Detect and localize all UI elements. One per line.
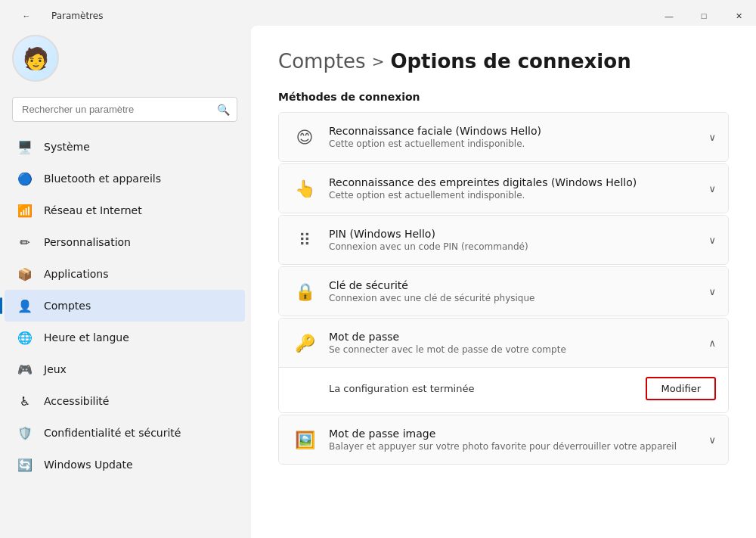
nav-label-reseau: Réseau et Internet [44,204,142,216]
nav-label-comptes: Comptes [44,300,91,312]
method-chevron-password: ∧ [708,337,716,349]
method-desc-password: Se connecter avec le mot de passe de vot… [329,344,702,355]
method-body-text-password: La configuration est terminée [329,383,474,394]
sidebar-item-confidentialite[interactable]: 🛡️ Confidentialité et sécurité [5,417,245,449]
sidebar-item-jeux[interactable]: 🎮 Jeux [5,353,245,385]
sidebar-item-perso[interactable]: ✏️ Personnalisation [5,226,245,258]
sidebar-item-update[interactable]: 🔄 Windows Update [5,449,245,480]
method-item-password: 🔑 Mot de passe Se connecter avec le mot … [278,318,729,413]
method-header-password[interactable]: 🔑 Mot de passe Se connecter avec le mot … [279,319,728,367]
titlebar-controls: — □ ✕ [652,3,756,29]
method-name-password: Mot de passe [329,331,702,343]
method-body-password: La configuration est terminée Modifier [279,367,728,412]
nav-icon-jeux: 🎮 [17,361,33,378]
main-window: 🧑 🔍 🖥️ Système 🔵 Bluetooth et appareils … [0,26,756,538]
titlebar: ← Paramètres — □ ✕ [0,0,756,26]
minimize-button[interactable]: — [652,3,686,29]
method-chevron-face: ∨ [708,132,716,143]
method-header-face[interactable]: 😊 Reconnaissance faciale (Windows Hello)… [279,113,728,161]
method-icon-fingerprint: 👆 [291,175,318,202]
sidebar-item-reseau[interactable]: 📶 Réseau et Internet [5,194,245,226]
method-header-fingerprint[interactable]: 👆 Reconnaissance des empreintes digitale… [279,164,728,213]
modifier-button[interactable]: Modifier [646,377,716,400]
method-list: 😊 Reconnaissance faciale (Windows Hello)… [278,112,729,465]
method-desc-face: Cette option est actuellement indisponib… [329,138,702,149]
titlebar-left: ← Paramètres [0,3,103,29]
nav-label-update: Windows Update [44,459,133,471]
nav-label-confidentialite: Confidentialité et sécurité [44,427,181,439]
method-icon-picture-password: 🖼️ [291,426,318,453]
nav-icon-accessibilite: ♿ [17,393,33,409]
nav-icon-update: 🔄 [17,456,33,473]
sidebar-item-applications[interactable]: 📦 Applications [5,258,245,290]
search-icon: 🔍 [217,104,230,116]
method-text-security-key: Clé de sécurité Connexion avec une clé d… [329,279,702,303]
nav-label-systeme: Système [44,141,90,153]
method-desc-pin: Connexion avec un code PIN (recommandé) [329,241,702,252]
sidebar-item-comptes[interactable]: 👤 Comptes [5,290,245,322]
avatar[interactable]: 🧑 [12,35,59,82]
avatar-area: 🧑 [0,26,249,94]
method-chevron-picture-password: ∨ [708,434,716,446]
nav-icon-perso: ✏️ [17,234,33,250]
method-icon-password: 🔑 [291,329,318,356]
method-name-picture-password: Mot de passe image [329,428,702,440]
sidebar: 🧑 🔍 🖥️ Système 🔵 Bluetooth et appareils … [0,26,249,538]
method-name-face: Reconnaissance faciale (Windows Hello) [329,125,702,137]
method-header-pin[interactable]: ⠿ PIN (Windows Hello) Connexion avec un … [279,216,728,264]
method-item-pin: ⠿ PIN (Windows Hello) Connexion avec un … [278,215,729,265]
method-header-security-key[interactable]: 🔒 Clé de sécurité Connexion avec une clé… [279,267,728,316]
method-chevron-security-key: ∨ [708,286,716,297]
breadcrumb: Comptes > Options de connexion [278,50,729,73]
method-desc-security-key: Connexion avec une clé de sécurité physi… [329,293,702,303]
section-title: Méthodes de connexion [278,91,729,103]
breadcrumb-parent: Comptes [278,50,366,73]
sidebar-item-accessibilite[interactable]: ♿ Accessibilité [5,385,245,417]
method-desc-picture-password: Balayer et appuyer sur votre photo favor… [329,441,702,452]
method-chevron-pin: ∨ [708,235,716,246]
method-item-fingerprint: 👆 Reconnaissance des empreintes digitale… [278,163,729,213]
search-box: 🔍 [12,97,237,122]
nav-icon-systeme: 🖥️ [17,138,33,155]
nav-icon-applications: 📦 [17,266,33,282]
nav-label-jeux: Jeux [44,363,67,375]
method-text-picture-password: Mot de passe image Balayer et appuyer su… [329,428,702,452]
sidebar-item-bluetooth[interactable]: 🔵 Bluetooth et appareils [5,163,245,194]
method-icon-pin: ⠿ [291,226,318,253]
avatar-icon: 🧑 [23,46,49,71]
nav-icon-comptes: 👤 [17,297,33,314]
method-item-security-key: 🔒 Clé de sécurité Connexion avec une clé… [278,266,729,316]
method-desc-fingerprint: Cette option est actuellement indisponib… [329,190,702,201]
method-text-password: Mot de passe Se connecter avec le mot de… [329,331,702,355]
method-chevron-fingerprint: ∨ [708,183,716,194]
nav-label-accessibilite: Accessibilité [44,395,109,407]
nav-label-bluetooth: Bluetooth et appareils [44,173,161,185]
method-name-fingerprint: Reconnaissance des empreintes digitales … [329,176,702,188]
nav-icon-heure: 🌐 [17,329,33,346]
method-item-picture-password: 🖼️ Mot de passe image Balayer et appuyer… [278,415,729,465]
titlebar-title: Paramètres [51,11,103,21]
nav-label-applications: Applications [44,268,109,280]
method-icon-face: 😊 [291,123,318,151]
method-header-picture-password[interactable]: 🖼️ Mot de passe image Balayer et appuyer… [279,415,728,464]
method-text-pin: PIN (Windows Hello) Connexion avec un co… [329,228,702,252]
content-area: Comptes > Options de connexion Méthodes … [251,26,756,538]
sidebar-item-heure[interactable]: 🌐 Heure et langue [5,322,245,353]
method-icon-security-key: 🔒 [291,278,318,305]
breadcrumb-current: Options de connexion [390,50,631,73]
back-button[interactable]: ← [9,3,44,29]
nav-icon-reseau: 📶 [17,202,33,219]
breadcrumb-separator: > [372,52,385,70]
sidebar-item-systeme[interactable]: 🖥️ Système [5,131,245,163]
nav-icon-confidentialite: 🛡️ [17,424,33,441]
method-text-fingerprint: Reconnaissance des empreintes digitales … [329,176,702,201]
close-button[interactable]: ✕ [721,3,756,29]
maximize-button[interactable]: □ [686,3,721,29]
method-name-pin: PIN (Windows Hello) [329,228,702,240]
method-item-face: 😊 Reconnaissance faciale (Windows Hello)… [278,112,729,162]
nav-icon-bluetooth: 🔵 [17,170,33,187]
nav-label-heure: Heure et langue [44,331,129,344]
method-name-security-key: Clé de sécurité [329,279,702,291]
nav-list: 🖥️ Système 🔵 Bluetooth et appareils 📶 Ré… [0,131,249,480]
search-input[interactable] [12,97,237,122]
